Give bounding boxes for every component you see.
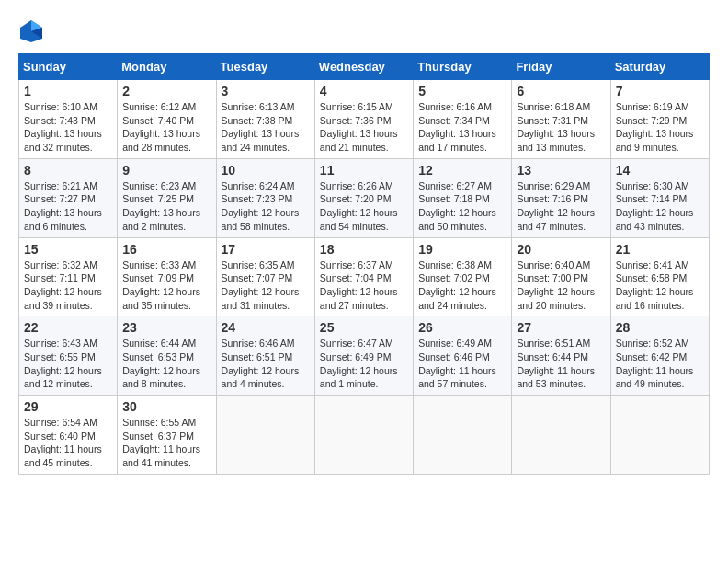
daylight-text: Daylight: 13 hours and 6 minutes.	[24, 207, 102, 232]
day-number: 2	[122, 84, 210, 98]
day-info: Sunrise: 6:18 AM Sunset: 7:31 PM Dayligh…	[517, 100, 605, 155]
sunrise-text: Sunrise: 6:47 AM	[320, 338, 393, 349]
day-cell-10: 10 Sunrise: 6:24 AM Sunset: 7:23 PM Dayl…	[216, 158, 314, 237]
day-number: 5	[418, 84, 506, 98]
day-info: Sunrise: 6:23 AM Sunset: 7:25 PM Dayligh…	[122, 179, 210, 234]
sunset-text: Sunset: 7:09 PM	[122, 272, 194, 283]
sunrise-text: Sunrise: 6:54 AM	[24, 417, 97, 428]
column-header-saturday: Saturday	[610, 54, 709, 80]
day-cell-21: 21 Sunrise: 6:41 AM Sunset: 6:58 PM Dayl…	[610, 237, 709, 316]
week-row-4: 22 Sunrise: 6:43 AM Sunset: 6:55 PM Dayl…	[19, 316, 710, 396]
sunrise-text: Sunrise: 6:21 AM	[24, 180, 97, 191]
day-number: 18	[320, 242, 408, 257]
day-cell-17: 17 Sunrise: 6:35 AM Sunset: 7:07 PM Dayl…	[216, 237, 314, 316]
sunrise-text: Sunrise: 6:37 AM	[320, 259, 393, 270]
daylight-text: Daylight: 13 hours and 9 minutes.	[616, 128, 694, 153]
sunset-text: Sunset: 7:16 PM	[517, 193, 588, 204]
sunrise-text: Sunrise: 6:44 AM	[122, 338, 196, 349]
day-cell-6: 6 Sunrise: 6:18 AM Sunset: 7:31 PM Dayli…	[512, 80, 610, 159]
sunrise-text: Sunrise: 6:27 AM	[418, 180, 492, 191]
day-info: Sunrise: 6:40 AM Sunset: 7:00 PM Dayligh…	[517, 259, 605, 313]
day-info: Sunrise: 6:24 AM Sunset: 7:23 PM Dayligh…	[222, 179, 310, 234]
sunset-text: Sunset: 7:07 PM	[222, 272, 293, 283]
sunset-text: Sunset: 6:49 PM	[320, 351, 392, 362]
daylight-text: Daylight: 12 hours and 54 minutes.	[320, 207, 398, 232]
sunset-text: Sunset: 7:25 PM	[122, 193, 194, 204]
sunrise-text: Sunrise: 6:26 AM	[320, 180, 393, 191]
day-info: Sunrise: 6:32 AM Sunset: 7:11 PM Dayligh…	[24, 259, 112, 313]
day-cell-16: 16 Sunrise: 6:33 AM Sunset: 7:09 PM Dayl…	[118, 237, 216, 316]
column-header-tuesday: Tuesday	[216, 54, 314, 80]
day-info: Sunrise: 6:35 AM Sunset: 7:07 PM Dayligh…	[222, 259, 310, 313]
sunrise-text: Sunrise: 6:23 AM	[122, 180, 196, 191]
day-info: Sunrise: 6:38 AM Sunset: 7:02 PM Dayligh…	[418, 259, 506, 313]
column-header-monday: Monday	[118, 54, 216, 80]
daylight-text: Daylight: 12 hours and 31 minutes.	[222, 286, 300, 311]
day-number: 9	[122, 163, 210, 178]
day-number: 10	[222, 163, 310, 178]
day-cell-8: 8 Sunrise: 6:21 AM Sunset: 7:27 PM Dayli…	[19, 158, 118, 237]
sunrise-text: Sunrise: 6:19 AM	[616, 101, 689, 112]
sunrise-text: Sunrise: 6:12 AM	[122, 101, 196, 112]
sunset-text: Sunset: 7:31 PM	[517, 115, 588, 126]
daylight-text: Daylight: 12 hours and 24 minutes.	[418, 286, 496, 311]
day-cell-12: 12 Sunrise: 6:27 AM Sunset: 7:18 PM Dayl…	[414, 158, 512, 237]
daylight-text: Daylight: 11 hours and 45 minutes.	[24, 443, 102, 468]
day-cell-2: 2 Sunrise: 6:12 AM Sunset: 7:40 PM Dayli…	[118, 80, 216, 159]
day-info: Sunrise: 6:26 AM Sunset: 7:20 PM Dayligh…	[320, 179, 408, 234]
sunset-text: Sunset: 7:11 PM	[24, 272, 96, 283]
sunset-text: Sunset: 7:34 PM	[418, 115, 490, 126]
daylight-text: Daylight: 13 hours and 17 minutes.	[418, 128, 496, 153]
sunset-text: Sunset: 7:20 PM	[320, 193, 392, 204]
column-header-wednesday: Wednesday	[314, 54, 413, 80]
day-cell-14: 14 Sunrise: 6:30 AM Sunset: 7:14 PM Dayl…	[610, 158, 709, 237]
day-number: 27	[517, 320, 605, 335]
day-cell-18: 18 Sunrise: 6:37 AM Sunset: 7:04 PM Dayl…	[314, 237, 413, 316]
daylight-text: Daylight: 12 hours and 39 minutes.	[24, 286, 102, 311]
week-row-5: 29 Sunrise: 6:54 AM Sunset: 6:40 PM Dayl…	[19, 396, 710, 475]
daylight-text: Daylight: 11 hours and 53 minutes.	[517, 365, 595, 390]
day-info: Sunrise: 6:10 AM Sunset: 7:43 PM Dayligh…	[24, 100, 112, 155]
day-number: 4	[320, 84, 408, 98]
daylight-text: Daylight: 13 hours and 2 minutes.	[122, 207, 200, 232]
sunset-text: Sunset: 7:29 PM	[616, 115, 688, 126]
day-number: 30	[122, 399, 210, 414]
sunrise-text: Sunrise: 6:16 AM	[418, 101, 492, 112]
sunrise-text: Sunrise: 6:24 AM	[222, 180, 295, 191]
sunrise-text: Sunrise: 6:15 AM	[320, 101, 393, 112]
day-cell-23: 23 Sunrise: 6:44 AM Sunset: 6:53 PM Dayl…	[118, 316, 216, 396]
sunset-text: Sunset: 7:38 PM	[222, 115, 293, 126]
day-number: 22	[24, 320, 112, 335]
day-cell-24: 24 Sunrise: 6:46 AM Sunset: 6:51 PM Dayl…	[216, 316, 314, 396]
daylight-text: Daylight: 12 hours and 58 minutes.	[222, 207, 300, 232]
logo-icon	[18, 18, 44, 44]
empty-cell	[512, 396, 610, 475]
sunrise-text: Sunrise: 6:46 AM	[222, 338, 295, 349]
day-number: 23	[122, 320, 210, 335]
day-number: 25	[320, 320, 408, 335]
day-number: 15	[24, 242, 112, 257]
day-number: 19	[418, 242, 506, 257]
daylight-text: Daylight: 12 hours and 43 minutes.	[616, 207, 694, 232]
sunrise-text: Sunrise: 6:49 AM	[418, 338, 492, 349]
day-info: Sunrise: 6:21 AM Sunset: 7:27 PM Dayligh…	[24, 179, 112, 234]
daylight-text: Daylight: 12 hours and 16 minutes.	[616, 286, 694, 311]
daylight-text: Daylight: 13 hours and 28 minutes.	[122, 128, 200, 153]
day-info: Sunrise: 6:30 AM Sunset: 7:14 PM Dayligh…	[616, 179, 704, 234]
day-info: Sunrise: 6:33 AM Sunset: 7:09 PM Dayligh…	[122, 259, 210, 313]
daylight-text: Daylight: 12 hours and 12 minutes.	[24, 365, 102, 390]
day-info: Sunrise: 6:55 AM Sunset: 6:37 PM Dayligh…	[122, 416, 210, 470]
day-cell-9: 9 Sunrise: 6:23 AM Sunset: 7:25 PM Dayli…	[118, 158, 216, 237]
sunset-text: Sunset: 6:55 PM	[24, 351, 96, 362]
day-info: Sunrise: 6:46 AM Sunset: 6:51 PM Dayligh…	[222, 337, 310, 391]
day-number: 1	[24, 84, 112, 98]
empty-cell	[414, 396, 512, 475]
daylight-text: Daylight: 12 hours and 8 minutes.	[122, 365, 200, 390]
daylight-text: Daylight: 11 hours and 49 minutes.	[616, 365, 694, 390]
sunset-text: Sunset: 6:42 PM	[616, 351, 688, 362]
sunset-text: Sunset: 6:46 PM	[418, 351, 490, 362]
sunrise-text: Sunrise: 6:51 AM	[517, 338, 590, 349]
daylight-text: Daylight: 12 hours and 50 minutes.	[418, 207, 496, 232]
day-cell-26: 26 Sunrise: 6:49 AM Sunset: 6:46 PM Dayl…	[414, 316, 512, 396]
day-info: Sunrise: 6:47 AM Sunset: 6:49 PM Dayligh…	[320, 337, 408, 391]
